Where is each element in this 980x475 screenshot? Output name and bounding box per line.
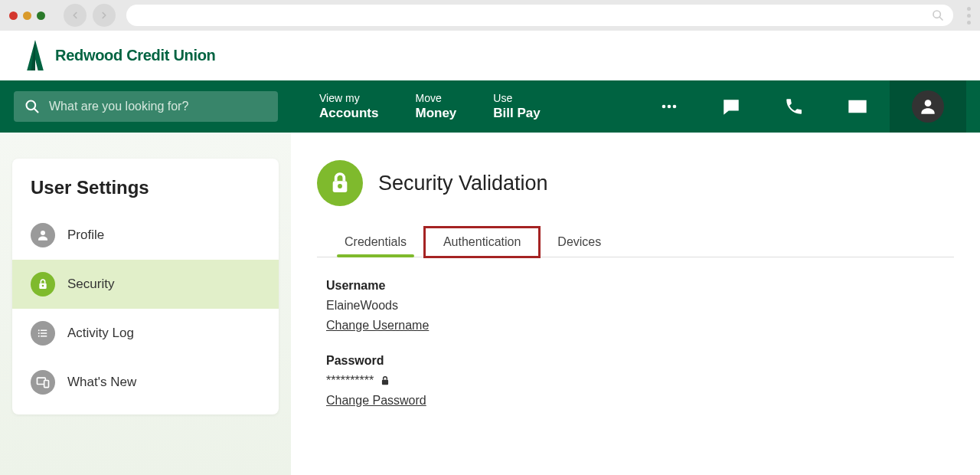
list-icon: [31, 321, 55, 346]
window-maximize-button[interactable]: [37, 11, 45, 20]
sidebar-item-label: Security: [67, 277, 114, 292]
main-content: Security Validation Credentials Authenti…: [291, 133, 980, 475]
search-input[interactable]: [49, 100, 267, 113]
sidebar-item-label: What's New: [67, 375, 136, 390]
nav-label-big: Accounts: [319, 105, 378, 122]
browser-url-bar[interactable]: [126, 5, 953, 26]
nav-profile-button[interactable]: [890, 80, 966, 133]
svg-point-7: [925, 100, 932, 106]
site-header: Redwood Credit Union: [0, 31, 980, 80]
sidebar-item-label: Activity Log: [67, 326, 134, 341]
browser-forward-button[interactable]: [93, 4, 116, 27]
window-close-button[interactable]: [9, 11, 18, 20]
brand-name: Redwood Credit Union: [55, 47, 216, 64]
lock-icon: [31, 272, 55, 296]
lock-icon: [317, 160, 363, 206]
nav-more-button[interactable]: [660, 97, 678, 116]
nav-move-money[interactable]: Move Money: [397, 91, 475, 122]
tab-devices[interactable]: Devices: [539, 228, 619, 257]
search-icon: [24, 99, 40, 114]
svg-line-3: [34, 109, 38, 113]
svg-point-15: [38, 332, 40, 334]
svg-point-5: [668, 105, 671, 109]
nav-chat-button[interactable]: [721, 97, 741, 116]
brand-logo[interactable]: Redwood Credit Union: [21, 38, 216, 74]
browser-chrome: [0, 0, 980, 31]
sidebar-title: User Settings: [12, 177, 279, 211]
nav-label-big: Bill Pay: [493, 105, 540, 122]
nav-label-small: View my: [319, 91, 378, 105]
username-block: Username ElaineWoods Change Username: [317, 279, 954, 332]
svg-line-1: [939, 17, 942, 20]
sidebar: User Settings Profile Security Activity …: [0, 133, 291, 475]
redwood-tree-icon: [21, 38, 49, 74]
lock-icon: [380, 375, 390, 386]
browser-back-button[interactable]: [64, 4, 87, 27]
svg-point-14: [38, 329, 40, 331]
nav-label-small: Move: [415, 91, 456, 105]
svg-point-4: [662, 105, 666, 109]
phone-icon: [784, 97, 804, 116]
svg-point-8: [41, 231, 45, 235]
svg-point-16: [38, 336, 40, 337]
password-value: **********: [326, 374, 954, 388]
primary-nav: View my Accounts Move Money Use Bill Pay: [0, 80, 980, 133]
nav-mail-button[interactable]: [847, 96, 868, 117]
window-controls: [9, 11, 45, 20]
username-value: ElaineWoods: [326, 299, 954, 313]
mail-icon: [847, 96, 868, 117]
window-minimize-button[interactable]: [23, 11, 31, 20]
person-icon: [918, 97, 938, 116]
sidebar-item-label: Profile: [67, 228, 104, 243]
sidebar-item-security[interactable]: Security: [12, 260, 279, 309]
sidebar-item-whats-new[interactable]: What's New: [12, 358, 279, 407]
svg-rect-21: [382, 380, 388, 385]
devices-icon: [31, 370, 55, 395]
nav-label-small: Use: [493, 91, 540, 105]
change-password-link[interactable]: Change Password: [326, 394, 426, 407]
tab-authentication[interactable]: Authentication: [425, 228, 539, 257]
svg-point-20: [338, 184, 342, 188]
search-icon: [932, 9, 944, 21]
nav-phone-button[interactable]: [784, 97, 804, 116]
password-block: Password ********** Change Password: [317, 354, 954, 408]
password-label: Password: [326, 354, 954, 368]
page-title: Security Validation: [378, 172, 548, 195]
browser-menu-button[interactable]: [967, 7, 971, 25]
tab-credentials[interactable]: Credentials: [326, 228, 425, 257]
nav-bill-pay[interactable]: Use Bill Pay: [475, 91, 558, 122]
person-icon: [31, 223, 55, 247]
site-search[interactable]: [14, 91, 278, 122]
svg-rect-18: [44, 381, 49, 388]
nav-label-big: Money: [415, 105, 456, 122]
tabs: Credentials Authentication Devices: [317, 228, 954, 257]
username-label: Username: [326, 279, 954, 293]
change-username-link[interactable]: Change Username: [326, 319, 429, 332]
sidebar-item-profile[interactable]: Profile: [12, 211, 279, 260]
svg-point-6: [673, 105, 677, 109]
nav-accounts[interactable]: View my Accounts: [301, 91, 397, 122]
sidebar-item-activity-log[interactable]: Activity Log: [12, 309, 279, 358]
chat-icon: [721, 97, 741, 116]
svg-point-10: [42, 285, 44, 287]
